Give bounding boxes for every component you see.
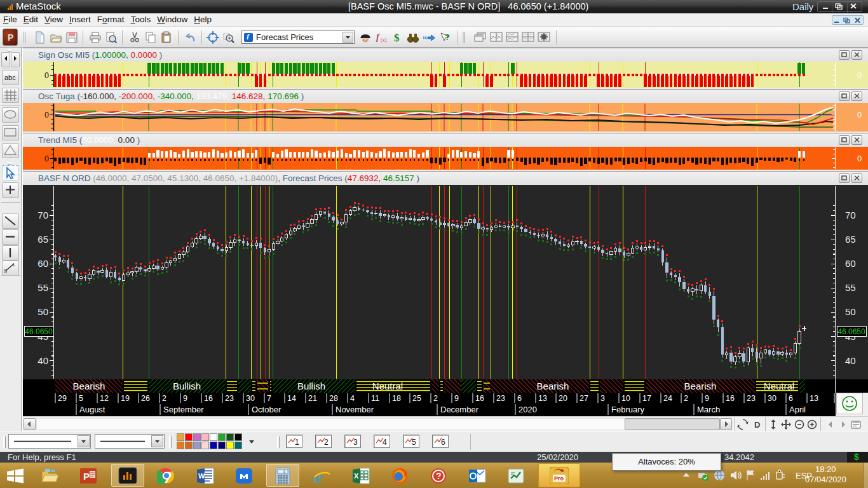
svg-text:September: September [163, 405, 204, 414]
svg-text:April: April [789, 405, 806, 414]
svg-text:29: 29 [58, 394, 67, 403]
svg-text:23: 23 [747, 394, 756, 403]
svg-text:23: 23 [496, 394, 505, 403]
svg-text:5: 5 [412, 438, 416, 447]
svg-text:65: 65 [845, 234, 856, 245]
svg-text:26: 26 [141, 394, 150, 403]
svg-text:December: December [440, 405, 479, 414]
svg-text:13: 13 [810, 394, 818, 403]
svg-text:18: 18 [392, 394, 401, 403]
svg-text:Bullish: Bullish [297, 381, 325, 391]
svg-text:50: 50 [845, 306, 856, 317]
svg-text:2: 2 [162, 394, 166, 403]
svg-text:5: 5 [79, 394, 83, 403]
svg-text:17: 17 [642, 394, 651, 403]
svg-text:14: 14 [287, 394, 296, 403]
svg-text:70: 70 [37, 210, 48, 220]
svg-text:24: 24 [663, 394, 672, 403]
svg-text:16: 16 [204, 394, 213, 403]
svg-text:6: 6 [517, 394, 522, 403]
svg-text:Bearish: Bearish [73, 381, 105, 391]
svg-text:40: 40 [37, 355, 48, 366]
svg-text:13: 13 [538, 394, 547, 403]
svg-text:Bearish: Bearish [537, 381, 569, 391]
svg-text:16: 16 [475, 394, 484, 403]
svg-text:P: P [83, 471, 90, 482]
svg-text:February: February [611, 405, 645, 414]
svg-text:25: 25 [412, 394, 421, 403]
svg-text:October: October [252, 405, 281, 414]
svg-text:4: 4 [350, 394, 355, 403]
svg-text:4: 4 [383, 438, 387, 447]
svg-text:W: W [198, 472, 205, 480]
svg-text:?: ? [445, 32, 450, 42]
svg-text:50: 50 [37, 306, 48, 317]
svg-text:40: 40 [845, 355, 856, 366]
svg-text:X: X [354, 472, 359, 480]
svg-text:21: 21 [308, 394, 317, 403]
svg-text:f: f [376, 32, 380, 42]
svg-text:46.0650: 46.0650 [837, 327, 865, 336]
svg-text:November: November [336, 405, 374, 414]
svg-text:2: 2 [684, 394, 688, 403]
svg-text:12: 12 [100, 394, 109, 403]
svg-text:March: March [697, 405, 720, 414]
svg-text:6: 6 [441, 438, 445, 447]
svg-text:$: $ [394, 32, 400, 44]
svg-text:D: D [754, 420, 760, 430]
svg-text:16: 16 [726, 394, 735, 403]
svg-text:30: 30 [246, 394, 255, 403]
svg-text:55: 55 [37, 282, 48, 293]
svg-text:9: 9 [183, 394, 187, 403]
svg-text:1: 1 [295, 438, 299, 447]
svg-text:Neutral: Neutral [372, 381, 403, 391]
svg-text:0: 0 [44, 71, 49, 80]
svg-text:Neutral: Neutral [764, 381, 794, 391]
svg-text:Bearish: Bearish [684, 381, 717, 391]
svg-text:0: 0 [857, 71, 862, 80]
svg-text:9: 9 [454, 394, 459, 403]
svg-text:(x): (x) [381, 37, 387, 43]
svg-text:August: August [79, 405, 105, 414]
svg-text:60: 60 [37, 258, 48, 269]
svg-text:0: 0 [283, 470, 285, 473]
svg-text:0: 0 [857, 154, 862, 163]
svg-text:2: 2 [433, 394, 438, 403]
svg-text:Bullish: Bullish [173, 381, 201, 391]
svg-text:55: 55 [845, 282, 856, 293]
svg-text:9: 9 [705, 394, 709, 403]
svg-text:27: 27 [580, 394, 588, 403]
svg-text:3: 3 [353, 438, 358, 447]
svg-text:2020: 2020 [519, 405, 537, 414]
svg-text:Pro: Pro [554, 475, 564, 482]
svg-text:3: 3 [600, 394, 605, 403]
svg-text:19: 19 [121, 394, 130, 403]
svg-text:28: 28 [329, 394, 338, 403]
svg-text:20: 20 [559, 394, 567, 403]
svg-text:0: 0 [44, 154, 49, 163]
svg-text:0: 0 [44, 111, 49, 119]
svg-text:30: 30 [768, 394, 776, 403]
svg-text:6: 6 [789, 394, 793, 403]
svg-text:2: 2 [324, 438, 329, 447]
svg-text:10: 10 [621, 394, 630, 403]
svg-text:23: 23 [225, 394, 234, 403]
svg-text:?: ? [436, 471, 442, 481]
svg-text:65: 65 [37, 234, 48, 245]
svg-text:0: 0 [857, 110, 862, 119]
svg-text:7: 7 [267, 394, 271, 403]
svg-text:60: 60 [845, 258, 856, 269]
svg-text:46.0650: 46.0650 [25, 327, 53, 336]
svg-text:11: 11 [371, 394, 379, 403]
svg-text:70: 70 [845, 210, 856, 220]
